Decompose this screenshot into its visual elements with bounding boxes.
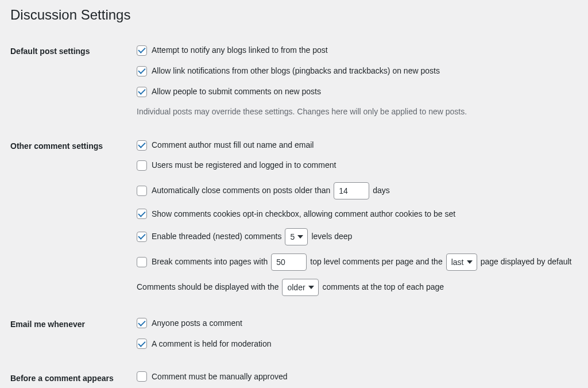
paginate-option[interactable]: Break comments into pages with: [137, 256, 268, 268]
section-heading-before: Before a comment appears: [10, 362, 137, 389]
pingbacks-label: Allow link notifications from other blog…: [152, 65, 440, 77]
section-heading-other: Other comment settings: [10, 129, 137, 308]
must-register-option[interactable]: Users must be registered and logged in t…: [137, 159, 336, 171]
notify-blogs-label: Attempt to notify any blogs linked to fr…: [152, 44, 328, 56]
fill-name-email-option[interactable]: Comment author must fill out name and em…: [137, 139, 314, 151]
must-register-label: Users must be registered and logged in t…: [152, 159, 336, 171]
allow-comments-label: Allow people to submit comments on new p…: [152, 86, 321, 98]
threaded-checkbox[interactable]: [137, 232, 147, 242]
notify-blogs-option[interactable]: Attempt to notify any blogs linked to fr…: [137, 44, 328, 56]
cookies-optin-option[interactable]: Show comments cookies opt-in checkbox, a…: [137, 208, 455, 220]
order-label-pre: Comments should be displayed with the: [137, 281, 278, 293]
auto-close-label-post: days: [373, 185, 390, 197]
email-held-moderation-label: A comment is held for moderation: [152, 338, 272, 350]
email-held-moderation-checkbox[interactable]: [137, 339, 147, 349]
threaded-levels-select[interactable]: 5: [285, 228, 308, 245]
email-held-moderation-option[interactable]: A comment is held for moderation: [137, 338, 272, 350]
auto-close-label-pre: Automatically close comments on posts ol…: [152, 185, 330, 197]
paginate-checkbox[interactable]: [137, 257, 147, 267]
paginate-label-mid: top level comments per page and the: [310, 256, 442, 268]
cookies-optin-label: Show comments cookies opt-in checkbox, a…: [152, 208, 455, 220]
order-select[interactable]: older: [282, 279, 319, 296]
pingbacks-option[interactable]: Allow link notifications from other blog…: [137, 65, 440, 77]
fill-name-email-label: Comment author must fill out name and em…: [152, 139, 314, 151]
auto-close-option[interactable]: Automatically close comments on posts ol…: [137, 185, 330, 197]
threaded-option[interactable]: Enable threaded (nested) comments: [137, 231, 281, 243]
fill-name-email-checkbox[interactable]: [137, 140, 147, 151]
email-anyone-posts-label: Anyone posts a comment: [152, 317, 242, 329]
threaded-label-post: levels deep: [311, 231, 352, 243]
paginate-count-input[interactable]: [271, 253, 307, 271]
cookies-optin-checkbox[interactable]: [137, 209, 147, 219]
email-anyone-posts-checkbox[interactable]: [137, 318, 147, 328]
paginate-label-pre: Break comments into pages with: [152, 256, 268, 268]
must-register-checkbox[interactable]: [137, 160, 147, 171]
order-label-post: comments at the top of each page: [322, 281, 444, 293]
manual-approve-checkbox[interactable]: [137, 371, 147, 382]
auto-close-checkbox[interactable]: [137, 186, 147, 196]
section-heading-default-post: Default post settings: [10, 34, 137, 129]
allow-comments-checkbox[interactable]: [137, 87, 147, 97]
manual-approve-label: Comment must be manually approved: [152, 371, 288, 383]
threaded-label-pre: Enable threaded (nested) comments: [152, 231, 281, 243]
page-title: Discussion Settings: [10, 7, 578, 23]
pingbacks-checkbox[interactable]: [137, 66, 147, 76]
section-heading-email: Email me whenever: [10, 308, 137, 362]
auto-close-days-input[interactable]: [334, 182, 369, 199]
email-anyone-posts-option[interactable]: Anyone posts a comment: [137, 317, 242, 329]
paginate-label-post: page displayed by default: [481, 256, 572, 268]
settings-form: Default post settings Attempt to notify …: [10, 34, 578, 388]
manual-approve-option[interactable]: Comment must be manually approved: [137, 371, 288, 383]
default-post-note: Individual posts may override these sett…: [137, 106, 572, 118]
allow-comments-option[interactable]: Allow people to submit comments on new p…: [137, 86, 321, 98]
paginate-default-select[interactable]: last: [446, 253, 477, 271]
notify-blogs-checkbox[interactable]: [137, 45, 147, 56]
